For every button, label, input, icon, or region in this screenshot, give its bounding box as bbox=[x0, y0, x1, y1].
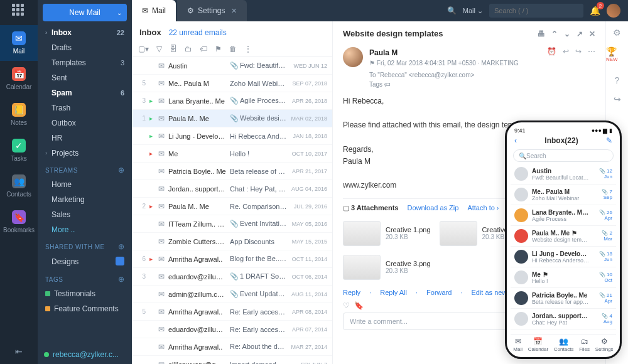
profile-avatar[interactable] bbox=[607, 4, 620, 18]
archive-icon[interactable]: 🗄 bbox=[170, 45, 177, 53]
unread-count[interactable]: 22 unread emails bbox=[169, 28, 227, 37]
add-icon[interactable]: ⊕ bbox=[118, 242, 125, 251]
attachment[interactable]: Creative 3.png20.3 KB bbox=[343, 255, 431, 280]
phone-row[interactable]: Me ⚑Hello !📎 10 Oct bbox=[511, 267, 616, 288]
tab-mail[interactable]: ✉Mail bbox=[132, 0, 176, 21]
select-all-checkbox[interactable]: ▢▾ bbox=[138, 45, 149, 53]
item-more ..[interactable]: More .. bbox=[38, 222, 132, 237]
message-row[interactable]: ▸✉Li Jung - DeveloperHi Rebecca Anderson… bbox=[132, 127, 332, 145]
message-row[interactable]: ✉Austin📎Fwd: Beautiful locati..WED JUN 1… bbox=[132, 57, 332, 75]
popout-icon[interactable]: ↗ bbox=[577, 29, 583, 38]
phone-row[interactable]: Jordan.. support@zylkerChat: Hey Pat📎 4 … bbox=[511, 309, 616, 329]
filter-icon[interactable]: ▽ bbox=[156, 45, 162, 53]
phone-row[interactable]: Paula M.. Me ⚑Website design templates📎 … bbox=[511, 226, 616, 247]
item-home[interactable]: Home bbox=[38, 177, 132, 192]
add-icon[interactable]: ⊕ bbox=[118, 275, 125, 284]
delete-icon[interactable]: 🗑 bbox=[229, 45, 237, 53]
message-row[interactable]: ✉Jordan.. support@z..Chat : Hey Pat, I h… bbox=[132, 180, 332, 198]
close-icon[interactable]: ✕ bbox=[589, 29, 595, 38]
message-row[interactable]: 5✉Amritha Agrawal..Re: Early access to .… bbox=[132, 303, 332, 321]
phone-nav-files[interactable]: 🗂Files bbox=[579, 337, 590, 352]
message-row[interactable]: ✉eduardov@zillum.c..Re: Early access to … bbox=[132, 321, 332, 338]
message-row[interactable]: 3▸✉Lana Bryante.. Me📎Agile Process ■APR … bbox=[132, 92, 332, 110]
tag-icon[interactable]: 🏷 bbox=[200, 45, 207, 53]
rail-item-contacts[interactable]: 👥Contacts bbox=[0, 168, 38, 204]
tab-settings[interactable]: ⚙Settings✕ bbox=[177, 0, 247, 21]
phone-row[interactable]: Li Jung - Developer ⚑Hi Rebecca Anderson… bbox=[511, 247, 616, 267]
reply-icon[interactable]: ↩ bbox=[563, 47, 569, 68]
share-icon[interactable]: ↪ bbox=[614, 94, 621, 104]
message-row[interactable]: 3✉eduardov@zillum.c..📎1 DRAFT Some snaps… bbox=[132, 268, 332, 286]
print-icon[interactable]: 🖶 bbox=[538, 29, 545, 38]
download-zip-link[interactable]: Download as Zip bbox=[407, 204, 458, 211]
message-row[interactable]: 1▸✉Paula M.. Me📎Website design temp..MAR… bbox=[132, 110, 332, 127]
search-input[interactable] bbox=[489, 4, 583, 18]
trophy-icon[interactable]: 🏆NEW bbox=[606, 46, 628, 67]
message-row[interactable]: ✉Zombie Cutters.. MeApp DiscountsMAY 15,… bbox=[132, 233, 332, 250]
phone-nav-mail[interactable]: ✉Mail bbox=[513, 337, 522, 352]
folder-sent[interactable]: Sent bbox=[38, 70, 132, 85]
phone-nav-settings[interactable]: ⚙Settings bbox=[595, 337, 614, 352]
down-icon[interactable]: ⌄ bbox=[564, 29, 570, 38]
rail-item-notes[interactable]: 📒Notes bbox=[0, 97, 38, 132]
search-scope[interactable]: Mail ⌄ bbox=[463, 7, 483, 15]
folder-hr[interactable]: HR bbox=[38, 131, 132, 146]
folder-trash[interactable]: Trash bbox=[38, 100, 132, 115]
phone-row[interactable]: AustinFwd: Beautiful Locations📎 12 Jun bbox=[511, 164, 616, 185]
item-designs[interactable]: Designs bbox=[38, 254, 132, 270]
tag-testimonials[interactable]: Testimonials bbox=[38, 286, 132, 301]
folder-drafts[interactable]: Drafts bbox=[38, 40, 132, 55]
apps-switcher-icon[interactable] bbox=[12, 4, 26, 18]
message-row[interactable]: ✉admin@zillum.com📎Event Updated - De..AU… bbox=[132, 286, 332, 303]
rail-item-tasks[interactable]: ✓Tasks bbox=[0, 132, 38, 168]
rail-item-calendar[interactable]: 📅Calendar bbox=[0, 61, 38, 97]
item-sales[interactable]: Sales bbox=[38, 207, 132, 222]
gear-icon[interactable]: ⚙ bbox=[613, 28, 621, 38]
reply-link[interactable]: Reply bbox=[343, 289, 360, 296]
chevron-down-icon[interactable]: ⌄ bbox=[117, 9, 122, 16]
folder-templates[interactable]: Templates3 bbox=[38, 55, 132, 70]
attachment[interactable]: Creative 1.png20.3 KB bbox=[343, 221, 431, 246]
phone-row[interactable]: Patricia Boyle.. MeBeta release for appl… bbox=[511, 288, 616, 309]
account-footer[interactable]: rebecca@zylker.c... bbox=[38, 345, 132, 364]
more-icon[interactable]: ⋯ bbox=[588, 47, 595, 68]
up-icon[interactable]: ⌃ bbox=[551, 29, 558, 38]
flag-icon[interactable]: ⚑ bbox=[215, 45, 222, 53]
folder-outbox[interactable]: Outbox bbox=[38, 115, 132, 131]
forward-link[interactable]: Forward bbox=[426, 289, 452, 296]
collapse-icon[interactable]: ⇤ bbox=[8, 339, 30, 364]
folder-projects[interactable]: ›Projects bbox=[38, 146, 132, 161]
phone-row[interactable]: Lana Bryante.. Me ⚑Agile Process📎 26 Apr bbox=[511, 205, 616, 226]
compose-icon[interactable]: ✎ bbox=[606, 136, 612, 145]
message-row[interactable]: 2▸✉Paula M.. MeRe. Comparison .. ■JUL 29… bbox=[132, 198, 332, 215]
message-row[interactable]: 6▸✉Amritha Agrawal..Blog for the Be.. ⬛ … bbox=[132, 250, 332, 268]
attach-to-link[interactable]: Attach to › bbox=[467, 204, 499, 211]
remind-icon[interactable]: ⏰ bbox=[547, 47, 556, 68]
close-icon[interactable]: ✕ bbox=[231, 7, 237, 15]
rail-item-bookmarks[interactable]: 🔖Bookmarks bbox=[0, 204, 38, 240]
move-icon[interactable]: 🗀 bbox=[185, 45, 192, 53]
more-icon[interactable]: ⋮ bbox=[244, 45, 252, 53]
folder-inbox[interactable]: ›Inbox22 bbox=[38, 25, 132, 40]
message-row[interactable]: ✉olilienwuaru@gmai..Import demandFRI JUN… bbox=[132, 356, 332, 364]
phone-nav-calendar[interactable]: 📅Calendar bbox=[528, 337, 548, 352]
rail-item-mail[interactable]: ✉Mail bbox=[0, 25, 38, 61]
replyall-link[interactable]: Reply All bbox=[380, 289, 407, 296]
item-marketing[interactable]: Marketing bbox=[38, 192, 132, 207]
add-icon[interactable]: ⊕ bbox=[118, 166, 125, 174]
bell-icon[interactable]: 🔔2 bbox=[590, 6, 600, 16]
message-row[interactable]: ✉Patricia Boyle.. MeBeta release of appl… bbox=[132, 163, 332, 180]
message-row[interactable]: 5✉Me.. Paula MZoho Mail WebinarSEP 07, 2… bbox=[132, 75, 332, 92]
phone-row[interactable]: Me.. Paula MZoho Mail Webinar📎 7 Sep bbox=[511, 185, 616, 205]
tag-feature comments[interactable]: Feature Comments bbox=[38, 301, 132, 316]
new-mail-button[interactable]: New Mail ⌄ bbox=[43, 4, 127, 21]
phone-nav-contacts[interactable]: 👥Contacts bbox=[554, 337, 574, 352]
phone-search[interactable]: 🔍 Search bbox=[513, 149, 614, 162]
edit-as-new-link[interactable]: Edit as new bbox=[471, 289, 507, 296]
replyall-icon[interactable]: ↪ bbox=[575, 47, 582, 68]
message-row[interactable]: ✉Amritha Agrawal..Re: About the demo pr … bbox=[132, 338, 332, 356]
message-row[interactable]: ▸✉MeHello !OCT 10, 2017 bbox=[132, 145, 332, 163]
back-icon[interactable]: ‹ bbox=[514, 136, 517, 145]
help-icon[interactable]: ? bbox=[615, 75, 620, 85]
folder-spam[interactable]: Spam6 bbox=[38, 85, 132, 100]
